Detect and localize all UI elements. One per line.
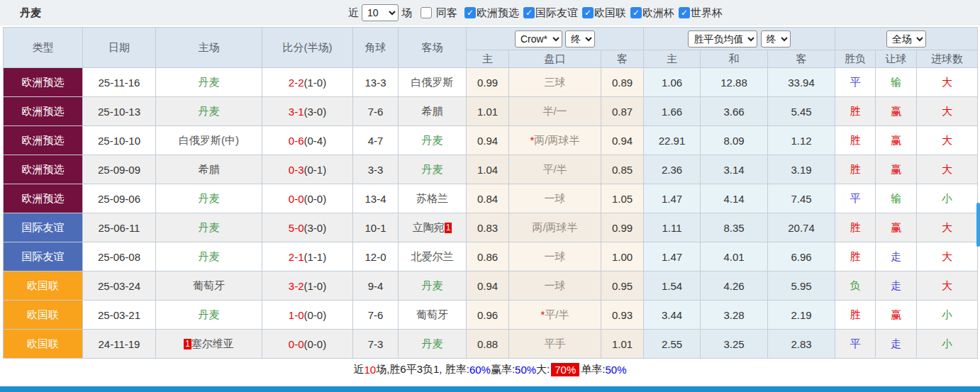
sub-header-give: 让球 <box>876 50 917 68</box>
halftime-score: (3-0) <box>304 106 327 118</box>
score-cell: 3-1(3-0) <box>262 97 353 126</box>
league-filter-label: 欧国联 <box>594 6 626 20</box>
result-cell: 平 <box>835 330 876 359</box>
bottom-accent-bar <box>0 386 980 392</box>
goals-result-cell: 大 <box>917 213 978 242</box>
handicap-line-cell: *平/半 <box>509 301 601 330</box>
handicap-away-odds-cell: 0.89 <box>601 68 644 97</box>
result-cell: 平 <box>835 184 876 213</box>
handicap-result-cell: 赢 <box>876 155 917 184</box>
wdl-home-odds-cell: 1.47 <box>644 242 701 271</box>
match-date-cell: 25-10-13 <box>83 97 156 126</box>
team-name[interactable]: 丹麦 <box>199 192 220 204</box>
team-name[interactable]: 丹麦 <box>199 221 220 233</box>
handicap-result-cell: 走 <box>876 330 917 359</box>
goals-result-cell: 大 <box>917 126 978 155</box>
team-name[interactable]: 丹麦 <box>422 279 443 291</box>
score-cell: 0-6(0-4) <box>262 126 353 155</box>
match-date-cell: 25-11-16 <box>83 68 156 97</box>
league-filter-checkbox[interactable]: ✓ <box>582 7 594 18</box>
team-name[interactable]: 苏格兰 <box>416 192 448 204</box>
wdl-average-select[interactable]: 胜平负均值 <box>688 30 757 47</box>
league-filter-checkbox[interactable]: ✓ <box>679 7 690 18</box>
wdl-time-select[interactable]: 终 <box>761 30 791 47</box>
recent-label: 近 <box>348 6 359 20</box>
wdl-away-odds-cell: 5.45 <box>768 97 835 126</box>
summary-segment: 50% <box>515 364 536 376</box>
team-name[interactable]: 希腊 <box>199 163 220 175</box>
star-icon: * <box>540 308 545 320</box>
same-venue-checkbox[interactable] <box>421 7 432 18</box>
corner-cell: 7-6 <box>353 301 399 330</box>
goals-result-cell: 大 <box>917 242 978 271</box>
filter-controls: 近 10 场 同客 ✓欧洲预选✓国际友谊✓欧国联✓欧洲杯✓世界杯 <box>348 4 723 21</box>
result-cell: 胜 <box>835 126 876 155</box>
corner-cell: 7-3 <box>353 330 399 359</box>
scrollbar-thumb[interactable] <box>976 203 980 247</box>
team-name[interactable]: 希腊 <box>422 105 443 117</box>
sub-header-handicap-away: 客 <box>601 50 644 68</box>
team-name[interactable]: 白俄罗斯 <box>411 76 454 88</box>
handicap-away-odds-cell: 0.85 <box>601 155 644 184</box>
league-filter-checkbox[interactable]: ✓ <box>630 7 642 18</box>
score-cell: 0-0(0-0) <box>262 184 353 213</box>
home-team-cell: 丹麦 <box>156 97 262 126</box>
rank-badge: 1 <box>184 339 191 349</box>
odds-company-select[interactable]: Crow* <box>515 30 562 47</box>
wdl-away-odds-cell: 2.19 <box>768 301 835 330</box>
handicap-result-cell: 输 <box>876 68 917 97</box>
corner-cell: 12-0 <box>353 242 399 271</box>
recent-count-select[interactable]: 10 <box>362 4 399 21</box>
wdl-draw-odds-cell: 3.28 <box>701 301 768 330</box>
away-team-cell: 葡萄牙 <box>399 301 467 330</box>
team-name[interactable]: 丹麦 <box>422 163 443 175</box>
halftime-score: (1-0) <box>304 280 327 292</box>
team-name[interactable]: 丹麦 <box>199 308 220 320</box>
fulltime-score: 1-0 <box>289 309 304 321</box>
wdl-away-odds-cell: 5.95 <box>768 271 835 301</box>
match-history-page: 丹麦 近 10 场 同客 ✓欧洲预选✓国际友谊✓欧国联✓欧洲杯✓世界杯 类型 日… <box>0 0 980 392</box>
match-date-cell: 25-09-06 <box>83 184 156 213</box>
goals-result-cell: 小 <box>917 301 978 330</box>
team-name[interactable]: 塞尔维亚 <box>191 337 234 349</box>
team-name[interactable]: 丹麦 <box>422 337 443 349</box>
result-cell: 平 <box>835 68 876 97</box>
league-filter-checkbox[interactable]: ✓ <box>523 7 535 18</box>
handicap-home-odds-cell: 0.99 <box>467 68 509 97</box>
team-name[interactable]: 丹麦 <box>422 134 443 146</box>
handicap-away-odds-cell: 0.94 <box>601 126 644 155</box>
team-name[interactable]: 丹麦 <box>199 105 220 117</box>
wdl-dropdown-group: 胜平负均值 终 <box>644 28 835 50</box>
handicap-away-odds-cell: 1.00 <box>601 242 644 271</box>
handicap-result-cell: 赢 <box>876 213 917 242</box>
team-name[interactable]: 白俄罗斯(中) <box>179 134 239 146</box>
team-name[interactable]: 立陶宛 <box>413 221 445 233</box>
col-header-corner: 角球 <box>353 28 399 68</box>
away-team-cell: 白俄罗斯 <box>399 68 467 97</box>
star-icon: * <box>530 134 534 146</box>
team-name[interactable]: 丹麦 <box>199 76 220 88</box>
team-name[interactable]: 丹麦 <box>199 250 220 262</box>
odds-company-time-select[interactable]: 终 <box>565 30 595 47</box>
team-name[interactable]: 北爱尔兰 <box>411 250 454 262</box>
handicap-away-odds-cell: 1.01 <box>601 330 644 359</box>
halftime-score: (1-1) <box>304 251 327 263</box>
handicap-result-cell: 赢 <box>876 97 917 126</box>
home-team-cell: 葡萄牙 <box>156 271 262 301</box>
halftime-score: (0-0) <box>304 309 327 321</box>
table-header: 类型 日期 主场 比分(半场) 角球 客场 Crow* 终 胜平负均值 终 全场 <box>4 28 978 68</box>
team-name[interactable]: 葡萄牙 <box>193 279 225 291</box>
match-date-cell: 25-03-21 <box>83 301 156 330</box>
corner-cell: 13-4 <box>353 184 399 213</box>
league-filter-checkbox[interactable]: ✓ <box>464 7 476 18</box>
result-cell: 胜 <box>835 242 876 271</box>
wdl-away-odds-cell: 1.12 <box>768 126 835 155</box>
away-team-cell: 丹麦 <box>399 271 467 301</box>
match-row: 欧洲预选25-10-13丹麦3-1(3-0)7-6希腊1.01半/一0.871.… <box>4 97 978 126</box>
col-header-score: 比分(半场) <box>262 28 353 68</box>
fulltime-score: 0-3 <box>289 164 304 176</box>
wdl-draw-odds-cell: 3.14 <box>701 155 768 184</box>
goals-result-cell: 大 <box>917 271 978 301</box>
scope-select[interactable]: 全场 <box>886 30 926 47</box>
team-name[interactable]: 葡萄牙 <box>416 308 448 320</box>
